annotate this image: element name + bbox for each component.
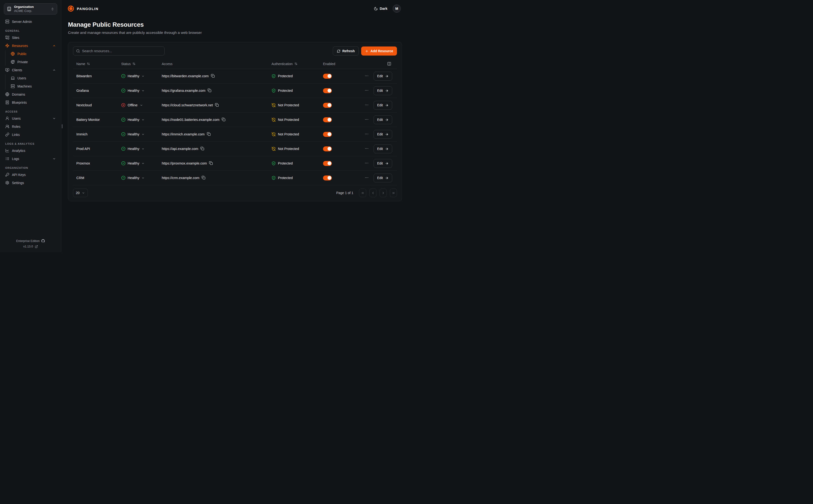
edit-button[interactable]: Edit <box>373 130 392 139</box>
copy-icon <box>215 103 219 107</box>
sort-icon <box>87 62 90 65</box>
search-input[interactable] <box>82 49 161 53</box>
status-badge[interactable]: Healthy <box>118 132 158 136</box>
row-menu-button[interactable] <box>364 161 369 166</box>
copy-url-button[interactable] <box>209 161 213 166</box>
copy-url-button[interactable] <box>222 118 225 122</box>
edit-button[interactable]: Edit <box>373 159 392 168</box>
next-page-button[interactable] <box>379 189 387 197</box>
chevron-left-icon <box>371 191 375 195</box>
status-badge[interactable]: Healthy <box>118 88 158 93</box>
table-row: Bitwarden Healthy https://bitwarden.exam… <box>73 69 397 83</box>
ellipsis-icon <box>364 132 369 136</box>
edit-button[interactable]: Edit <box>373 86 392 95</box>
building-icon <box>7 7 11 11</box>
auth-status: Protected <box>268 161 320 165</box>
sidebar-item-machines[interactable]: Machines <box>9 82 58 90</box>
edit-button[interactable]: Edit <box>373 72 392 81</box>
row-menu-button[interactable] <box>364 175 369 180</box>
enabled-toggle[interactable] <box>323 74 332 79</box>
enabled-toggle[interactable] <box>323 103 332 108</box>
key-icon <box>5 173 9 177</box>
arrow-right-icon <box>385 89 388 93</box>
table-header: NameStatusAccessAuthenticationEnabled <box>73 59 397 69</box>
page-size-select[interactable]: 20 <box>73 189 88 197</box>
edit-button[interactable]: Edit <box>373 115 392 124</box>
column-header-name[interactable]: Name <box>73 62 118 66</box>
topbar: PANGOLIN Dark M <box>62 0 406 17</box>
status-badge[interactable]: Healthy <box>118 176 158 180</box>
row-menu-button[interactable] <box>364 103 369 108</box>
sidebar-item-label: Clients <box>12 68 22 72</box>
copy-url-button[interactable] <box>215 103 219 108</box>
refresh-button[interactable]: Refresh <box>333 46 359 56</box>
sidebar-item-blueprints[interactable]: Blueprints <box>3 99 58 106</box>
add-resource-button[interactable]: Add Resource <box>361 46 397 56</box>
column-visibility-button[interactable] <box>348 62 397 66</box>
sidebar-item-settings[interactable]: Settings <box>3 179 58 186</box>
theme-toggle[interactable]: Dark <box>374 7 387 11</box>
ellipsis-icon <box>364 175 369 180</box>
copy-url-button[interactable] <box>207 132 211 137</box>
status-badge[interactable]: Offline <box>118 103 158 107</box>
edit-button[interactable]: Edit <box>373 174 392 182</box>
copy-url-button[interactable] <box>211 74 215 78</box>
resource-url: https://node01.batteries.example.com <box>162 118 219 122</box>
enabled-toggle[interactable] <box>323 117 332 122</box>
enabled-toggle[interactable] <box>323 132 332 137</box>
edit-button[interactable]: Edit <box>373 101 392 110</box>
copy-url-button[interactable] <box>201 176 205 180</box>
copy-url-button[interactable] <box>200 147 204 151</box>
row-actions: Edit <box>348 144 397 153</box>
row-menu-button[interactable] <box>364 117 369 122</box>
copy-icon <box>200 147 204 150</box>
sidebar-item-resources[interactable]: Resources <box>3 42 58 49</box>
first-page-button[interactable] <box>359 189 366 197</box>
enabled-toggle[interactable] <box>323 161 332 166</box>
version-link[interactable]: v1.13.0 <box>23 245 38 248</box>
copy-url-button[interactable] <box>207 88 211 93</box>
row-menu-button[interactable] <box>364 74 369 79</box>
avatar[interactable]: M <box>393 5 401 13</box>
sidebar-item-sites[interactable]: Sites <box>3 34 58 41</box>
sidebar-item-private[interactable]: Private <box>9 58 58 66</box>
server-icon <box>11 84 15 88</box>
sidebar-item-analytics[interactable]: Analytics <box>3 147 58 154</box>
sidebar-item-public[interactable]: Public <box>9 50 58 57</box>
column-header-authentication[interactable]: Authentication <box>268 62 320 66</box>
status-badge[interactable]: Healthy <box>118 118 158 122</box>
row-menu-button[interactable] <box>364 132 369 137</box>
chevron-down-icon <box>141 162 145 165</box>
edit-button[interactable]: Edit <box>373 144 392 153</box>
status-badge[interactable]: Healthy <box>118 147 158 151</box>
row-menu-button[interactable] <box>364 146 369 151</box>
sidebar-section-label: LOGS & ANALYTICS <box>5 142 56 145</box>
chevron-down-icon <box>52 157 56 160</box>
prev-page-button[interactable] <box>369 189 376 197</box>
sidebar-item-users[interactable]: Users <box>3 115 58 122</box>
sidebar-item-users[interactable]: Users <box>9 74 58 82</box>
row-menu-button[interactable] <box>364 88 369 93</box>
sidebar-item-api-keys[interactable]: API Keys <box>3 171 58 178</box>
edition-link[interactable]: Enterprise Edition <box>16 239 45 243</box>
enabled-toggle[interactable] <box>323 88 332 93</box>
org-switcher[interactable]: Organization ACME Corp. <box>4 3 57 15</box>
sidebar-item-domains[interactable]: Domains <box>3 91 58 98</box>
sidebar-scrollbar-thumb[interactable] <box>62 124 62 128</box>
sidebar-item-server-admin[interactable]: Server Admin <box>3 18 58 25</box>
sidebar-item-logs[interactable]: Logs <box>3 155 58 162</box>
copy-icon <box>207 88 211 92</box>
enabled-toggle[interactable] <box>323 175 332 180</box>
sidebar-item-links[interactable]: Links <box>3 131 58 138</box>
sidebar-item-roles[interactable]: Roles <box>3 123 58 130</box>
sidebar-footer: Enterprise Edition v1.13.0 <box>0 239 61 252</box>
status-badge[interactable]: Healthy <box>118 161 158 165</box>
last-page-button[interactable] <box>390 189 397 197</box>
column-header-status[interactable]: Status <box>118 62 158 66</box>
circle-check-icon <box>121 74 125 78</box>
status-badge[interactable]: Healthy <box>118 74 158 78</box>
shield-off-icon <box>271 147 276 151</box>
enabled-toggle[interactable] <box>323 146 332 151</box>
sidebar-item-clients[interactable]: Clients <box>3 66 58 74</box>
table-body: Bitwarden Healthy https://bitwarden.exam… <box>73 69 397 185</box>
